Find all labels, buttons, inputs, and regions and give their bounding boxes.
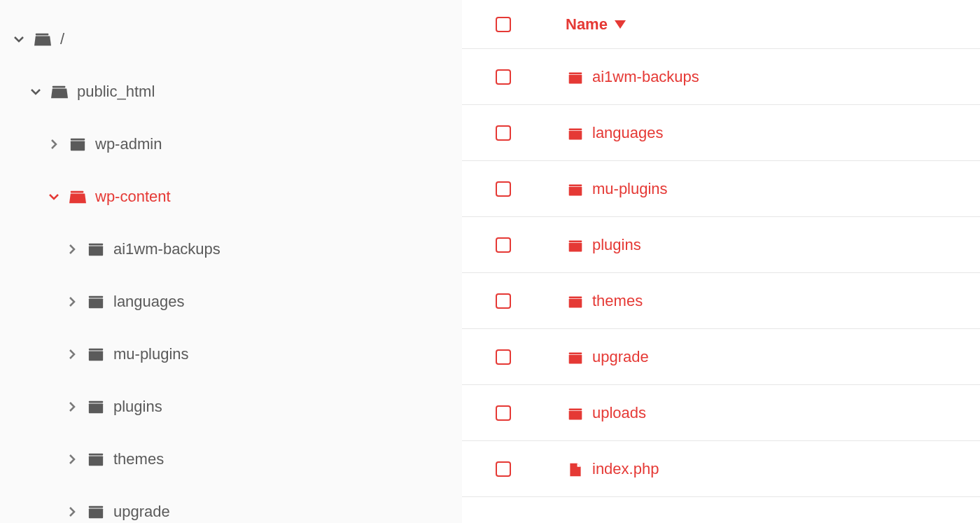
chevron-right-icon[interactable] bbox=[66, 402, 78, 412]
file-icon bbox=[566, 460, 585, 478]
folder-icon bbox=[67, 136, 88, 153]
tree-item-label: wp-admin bbox=[95, 135, 462, 153]
chevron-right-icon[interactable] bbox=[66, 244, 78, 254]
tree-item-label: ai1wm-backups bbox=[113, 240, 462, 258]
folder-open-icon bbox=[49, 83, 70, 100]
tree-item-label: upgrade bbox=[113, 503, 462, 521]
tree-item-label: public_html bbox=[77, 83, 462, 101]
folder-icon bbox=[566, 236, 585, 254]
row-name: ai1wm-backups bbox=[592, 68, 699, 86]
list-header: Name bbox=[462, 0, 980, 49]
tree-item[interactable]: languages bbox=[0, 275, 462, 328]
tree-item-label: mu-plugins bbox=[113, 345, 462, 363]
chevron-right-icon[interactable] bbox=[48, 139, 60, 149]
folder-open-icon bbox=[32, 31, 53, 48]
folder-icon bbox=[85, 293, 106, 310]
tree-item-label: wp-content bbox=[95, 188, 462, 206]
row-name: index.php bbox=[592, 460, 659, 478]
row-name: languages bbox=[592, 124, 664, 142]
folder-icon bbox=[566, 348, 585, 366]
folder-icon bbox=[85, 398, 106, 415]
tree-item[interactable]: plugins bbox=[0, 380, 462, 433]
row-checkbox[interactable] bbox=[496, 405, 511, 421]
row-checkbox[interactable] bbox=[496, 125, 511, 141]
list-row[interactable]: ai1wm-backups bbox=[462, 49, 980, 105]
list-row[interactable]: mu-plugins bbox=[462, 161, 980, 217]
chevron-right-icon[interactable] bbox=[66, 297, 78, 307]
chevron-down-icon[interactable] bbox=[13, 36, 25, 43]
folder-icon bbox=[566, 404, 585, 422]
row-name: uploads bbox=[592, 404, 646, 422]
chevron-right-icon[interactable] bbox=[66, 349, 78, 359]
tree-item[interactable]: upgrade bbox=[0, 485, 462, 523]
list-row[interactable]: themes bbox=[462, 273, 980, 329]
folder-icon bbox=[566, 68, 585, 86]
list-row[interactable]: plugins bbox=[462, 217, 980, 273]
row-checkbox[interactable] bbox=[496, 69, 511, 85]
file-list: Name ai1wm-backupslanguagesmu-pluginsplu… bbox=[462, 0, 980, 523]
row-checkbox[interactable] bbox=[496, 237, 511, 253]
tree-item[interactable]: ai1wm-backups bbox=[0, 223, 462, 275]
row-checkbox[interactable] bbox=[496, 181, 511, 197]
select-all-checkbox[interactable] bbox=[496, 17, 511, 32]
chevron-down-icon[interactable] bbox=[48, 193, 60, 200]
row-name: themes bbox=[592, 292, 643, 310]
tree-item[interactable]: / bbox=[0, 13, 462, 65]
tree-item-label: languages bbox=[113, 293, 462, 311]
chevron-right-icon[interactable] bbox=[66, 507, 78, 517]
tree-item[interactable]: themes bbox=[0, 433, 462, 485]
folder-icon bbox=[566, 292, 585, 310]
list-row[interactable]: upgrade bbox=[462, 329, 980, 385]
row-name: mu-plugins bbox=[592, 180, 668, 198]
folder-open-icon bbox=[67, 188, 88, 205]
chevron-down-icon[interactable] bbox=[29, 88, 42, 95]
row-checkbox[interactable] bbox=[496, 461, 511, 477]
column-header-name-label: Name bbox=[566, 15, 608, 34]
folder-icon bbox=[566, 180, 585, 198]
tree-item[interactable]: mu-plugins bbox=[0, 328, 462, 380]
folder-icon bbox=[85, 503, 106, 520]
folder-icon bbox=[85, 241, 106, 258]
list-row[interactable]: uploads bbox=[462, 385, 980, 441]
directory-tree: /public_htmlwp-adminwp-contentai1wm-back… bbox=[0, 0, 462, 523]
folder-icon bbox=[85, 346, 106, 363]
folder-icon bbox=[566, 124, 585, 142]
list-row[interactable]: index.php bbox=[462, 441, 980, 497]
tree-item[interactable]: wp-content bbox=[0, 170, 462, 223]
row-checkbox[interactable] bbox=[496, 293, 511, 309]
tree-item[interactable]: wp-admin bbox=[0, 118, 462, 170]
row-checkbox[interactable] bbox=[496, 349, 511, 365]
row-name: plugins bbox=[592, 236, 641, 254]
tree-item-label: / bbox=[60, 30, 462, 48]
row-name: upgrade bbox=[592, 348, 649, 366]
folder-icon bbox=[85, 451, 106, 468]
tree-item-label: plugins bbox=[113, 398, 462, 416]
list-row[interactable]: languages bbox=[462, 105, 980, 161]
chevron-right-icon[interactable] bbox=[66, 454, 78, 464]
sort-desc-icon bbox=[615, 20, 626, 29]
tree-item-label: themes bbox=[113, 450, 462, 468]
column-header-name[interactable]: Name bbox=[566, 15, 626, 34]
tree-item[interactable]: public_html bbox=[0, 65, 462, 118]
